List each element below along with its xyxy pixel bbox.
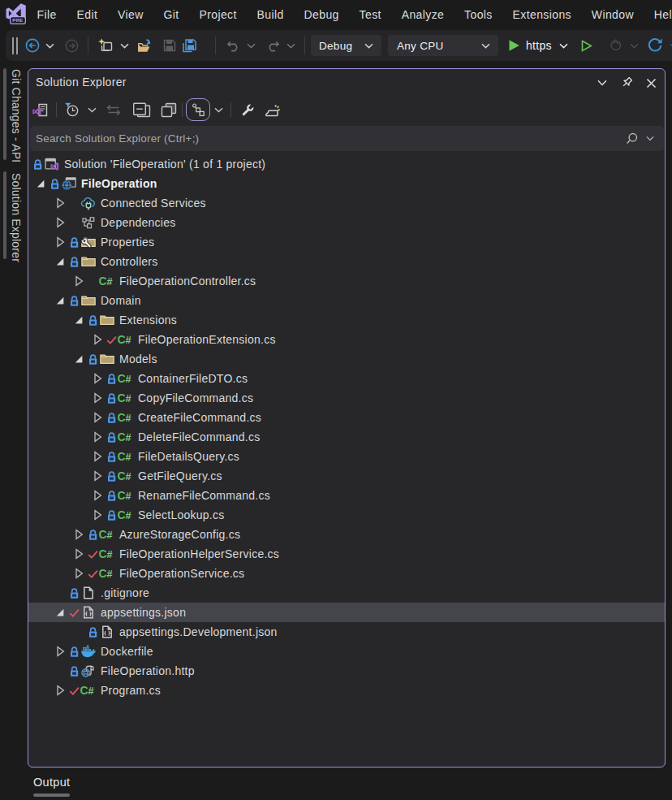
svg-text:PRE: PRE	[12, 17, 23, 23]
